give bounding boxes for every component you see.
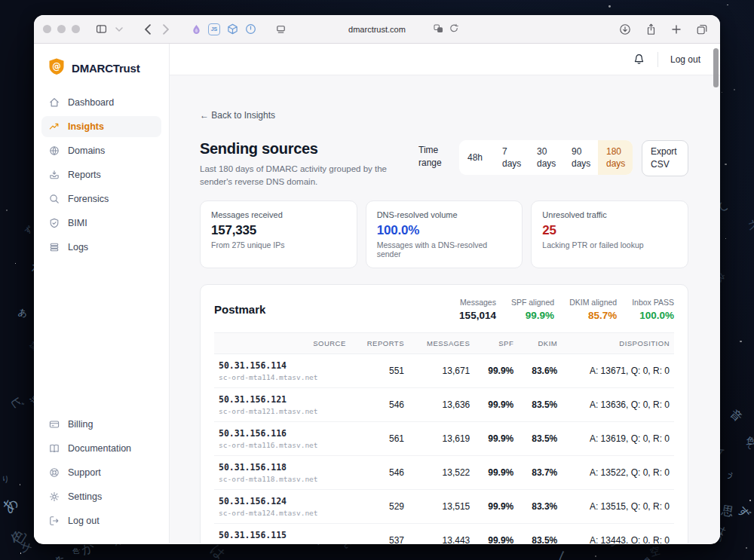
sidebar-nav: Dashboard Insights Domains Reports Foren… bbox=[41, 92, 161, 261]
page-subtitle: Last 180 days of DMARC activity grouped … bbox=[200, 163, 418, 188]
table-row[interactable]: 50.31.156.124 sc-ord-mta124.mtasv.net 52… bbox=[214, 490, 674, 524]
gear-icon bbox=[48, 491, 60, 503]
messages-cell: 13,671 bbox=[409, 354, 474, 388]
sources-table-header-row: SourceReportsMessagesSPFDKIMDisposition bbox=[214, 333, 674, 354]
export-csv-button[interactable]: Export CSV bbox=[642, 140, 688, 176]
time-range-button[interactable]: 90 days bbox=[563, 140, 598, 175]
sidebar-item-insights[interactable]: Insights bbox=[41, 116, 161, 137]
reports-cell: 529 bbox=[351, 490, 409, 524]
sidebar-item-settings[interactable]: Settings bbox=[41, 486, 161, 507]
time-range-button[interactable]: 48h bbox=[459, 140, 494, 175]
disposition-cell: A: 13671, Q: 0, R: 0 bbox=[562, 354, 674, 388]
sidebar-item-support[interactable]: Support bbox=[41, 462, 161, 483]
logout-icon bbox=[48, 515, 60, 527]
source-ip: 50.31.156.114 bbox=[219, 360, 346, 371]
messages-cell: 13,619 bbox=[409, 422, 474, 456]
minimize-window-button[interactable] bbox=[57, 25, 66, 33]
url-text: dmarctrust.com bbox=[348, 25, 406, 34]
sidebar-item-documentation[interactable]: Documentation bbox=[41, 438, 161, 459]
extension-cube-icon[interactable] bbox=[223, 21, 241, 38]
chevron-down-icon[interactable] bbox=[110, 21, 128, 38]
brand-shield-icon: @ bbox=[48, 57, 66, 78]
zoom-window-button[interactable] bbox=[72, 25, 80, 33]
stat-card: DNS-resolved volume 100.0% Messages with… bbox=[366, 200, 523, 268]
spf-cell: 99.9% bbox=[474, 354, 518, 388]
table-row[interactable]: 50.31.156.115 sc-ord-mta115.mtasv.net 53… bbox=[214, 524, 674, 543]
downloads-icon[interactable] bbox=[616, 21, 634, 38]
translate-icon[interactable] bbox=[434, 23, 443, 36]
source-ip: 50.31.156.116 bbox=[219, 428, 346, 439]
extension-flame-icon[interactable] bbox=[187, 21, 205, 38]
table-row[interactable]: 50.31.156.114 sc-ord-mta114.mtasv.net 55… bbox=[214, 354, 674, 388]
sidebar-item-logout[interactable]: Log out bbox=[41, 510, 161, 531]
source-group-name: Postmark bbox=[214, 303, 265, 316]
column-header[interactable]: SPF bbox=[474, 333, 518, 354]
messages-cell: 13,443 bbox=[409, 524, 474, 543]
reload-icon[interactable] bbox=[449, 23, 458, 36]
dkim-cell: 83.3% bbox=[518, 490, 562, 524]
topbar-logout-button[interactable]: Log out bbox=[670, 54, 700, 65]
brand: @ DMARCTrust bbox=[41, 54, 161, 92]
column-header[interactable]: Disposition bbox=[562, 333, 674, 354]
column-header[interactable]: Reports bbox=[351, 333, 409, 354]
table-row[interactable]: 50.31.156.118 sc-ord-mta118.mtasv.net 54… bbox=[214, 456, 674, 490]
extension-js-icon[interactable]: JS bbox=[205, 21, 223, 38]
stat-card: Unresolved traffic 25 Lacking PTR or fai… bbox=[531, 200, 688, 268]
disposition-cell: A: 13522, Q: 0, R: 0 bbox=[562, 456, 674, 490]
tab-overview-icon[interactable] bbox=[693, 21, 711, 38]
sidebar-item-billing[interactable]: Billing bbox=[41, 414, 161, 435]
extension-power-icon[interactable] bbox=[241, 21, 259, 38]
source-ip: 50.31.156.115 bbox=[219, 530, 346, 540]
traffic-lights[interactable] bbox=[43, 25, 80, 33]
source-hostname: sc-ord-mta121.mtasv.net bbox=[219, 407, 346, 415]
back-button-icon[interactable] bbox=[139, 21, 157, 38]
scrollbar-thumb[interactable] bbox=[713, 48, 719, 87]
reports-cell: 546 bbox=[351, 456, 409, 490]
notifications-bell-icon[interactable] bbox=[633, 53, 645, 66]
forward-button-icon[interactable] bbox=[157, 21, 175, 38]
sidebar-item-reports[interactable]: Reports bbox=[41, 164, 161, 185]
disposition-cell: A: 13636, Q: 0, R: 0 bbox=[562, 388, 674, 422]
stat-card-value: 157,335 bbox=[211, 223, 346, 238]
reports-cell: 537 bbox=[351, 524, 409, 543]
back-to-insights-link[interactable]: ← Back to Insights bbox=[200, 110, 688, 121]
sidebar-item-forensics[interactable]: Forensics bbox=[41, 188, 161, 210]
browser-window: JS dmarctrust.com bbox=[34, 15, 720, 544]
time-range-button[interactable]: 7 days bbox=[494, 140, 529, 175]
sidebar-item-domains[interactable]: Domains bbox=[41, 140, 161, 161]
share-icon[interactable] bbox=[642, 21, 660, 38]
new-tab-icon[interactable] bbox=[667, 21, 685, 38]
sources-table: SourceReportsMessagesSPFDKIMDisposition … bbox=[214, 332, 674, 543]
stat-cards: Messages received 157,335 From 275 uniqu… bbox=[200, 200, 688, 268]
browser-chrome: JS dmarctrust.com bbox=[34, 15, 720, 44]
column-header[interactable]: Source bbox=[214, 333, 351, 354]
stat-card-label: Messages received bbox=[211, 210, 346, 219]
dkim-cell: 83.5% bbox=[518, 388, 562, 422]
stat-card-subtext: Lacking PTR or failed lookup bbox=[542, 240, 677, 249]
stat-card-value: 100.0% bbox=[377, 223, 512, 238]
sidebar-item-logs[interactable]: Logs bbox=[41, 237, 161, 258]
reader-view-icon[interactable] bbox=[271, 21, 290, 38]
search-icon bbox=[48, 193, 60, 205]
summary-stat: Messages 155,014 bbox=[459, 298, 496, 321]
disposition-cell: A: 13443, Q: 0, R: 0 bbox=[562, 524, 674, 543]
sidebar-toggle-icon[interactable] bbox=[92, 21, 110, 38]
dkim-cell: 83.5% bbox=[518, 422, 562, 456]
stat-card-label: DNS-resolved volume bbox=[377, 210, 512, 219]
time-range-segmented-control: 48h 7 days 30 days 90 days 180 days bbox=[459, 140, 633, 175]
table-row[interactable]: 50.31.156.116 sc-ord-mta116.mtasv.net 56… bbox=[214, 422, 674, 456]
messages-cell: 13,515 bbox=[409, 490, 474, 524]
sidebar-item-bimi[interactable]: BIMI bbox=[41, 213, 161, 234]
column-header[interactable]: DKIM bbox=[518, 333, 562, 354]
summary-stat: SPF aligned 99.9% bbox=[511, 298, 554, 321]
stat-card-subtext: Messages with a DNS-resolved sender bbox=[377, 240, 512, 259]
column-header[interactable]: Messages bbox=[409, 333, 474, 354]
inbox-icon bbox=[48, 169, 60, 181]
time-range-button[interactable]: 30 days bbox=[529, 140, 563, 175]
credit-card-icon bbox=[48, 418, 60, 430]
close-window-button[interactable] bbox=[43, 25, 51, 33]
time-range-button[interactable]: 180 days bbox=[598, 140, 633, 175]
book-icon bbox=[48, 442, 60, 454]
table-row[interactable]: 50.31.156.121 sc-ord-mta121.mtasv.net 54… bbox=[214, 388, 674, 422]
sidebar-item-dashboard[interactable]: Dashboard bbox=[41, 92, 161, 113]
